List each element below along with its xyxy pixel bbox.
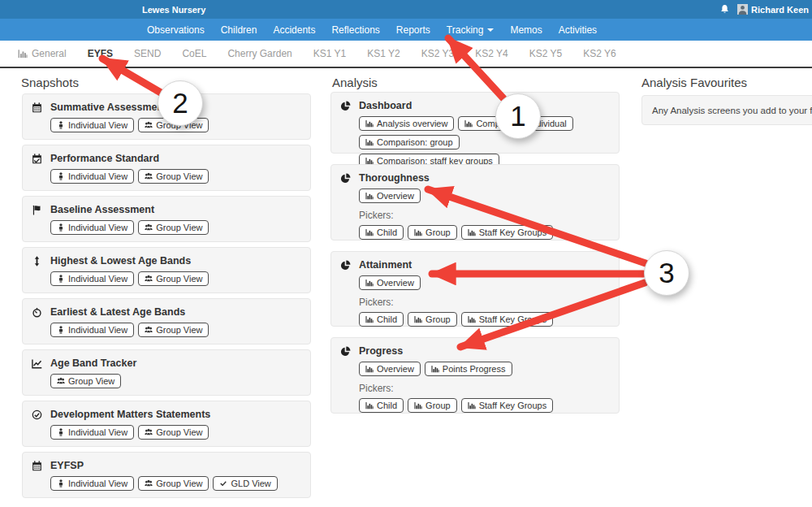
individual-view-button[interactable]: Individual View <box>50 323 134 337</box>
card-title: Summative Assessment <box>50 102 166 113</box>
button-label: Analysis overview <box>377 119 447 128</box>
bar-chart-icon <box>414 228 422 236</box>
group-view-button[interactable]: Group View <box>138 323 209 337</box>
user-menu[interactable]: Richard Keen <box>737 4 809 15</box>
users-icon <box>57 377 65 385</box>
pie-chart-icon <box>340 260 351 271</box>
staff-key-groups-button[interactable]: Staff Key Groups <box>461 398 554 413</box>
card-title: Attainment <box>359 259 412 271</box>
button-label: Overview <box>377 191 414 201</box>
overview-button[interactable]: Overview <box>359 275 421 290</box>
nav-item-observations[interactable]: Observations <box>139 19 213 41</box>
group-view-button[interactable]: Group View <box>138 425 209 440</box>
person-icon <box>57 121 65 129</box>
tab-label: KS2 Y4 <box>475 48 508 59</box>
button-label: Individual View <box>68 120 127 130</box>
group-view-button[interactable]: Group View <box>138 271 209 286</box>
individual-view-button[interactable]: Individual View <box>50 118 134 132</box>
tab-general[interactable]: General <box>18 48 67 59</box>
tab-ks2-y5[interactable]: KS2 Y5 <box>529 48 562 59</box>
nav-item-label: Tracking <box>447 24 484 36</box>
button-label: Individual View <box>68 427 127 437</box>
topbar-right: Richard Keen <box>719 0 809 19</box>
button-label: Individual View <box>68 171 127 181</box>
check-icon <box>219 479 227 488</box>
users-icon <box>145 121 153 129</box>
nav-item-activities[interactable]: Activities <box>551 19 605 41</box>
user-name: Richard Keen <box>751 5 809 15</box>
comparison-group-button[interactable]: Comparison: group <box>359 135 460 150</box>
button-label: Comparison: group <box>377 137 453 147</box>
tab-label: KS1 Y1 <box>313 48 346 59</box>
group-view-button[interactable]: Group View <box>138 476 209 491</box>
individual-view-button[interactable]: Individual View <box>50 425 134 440</box>
bar-chart-icon <box>365 279 374 287</box>
tab-send[interactable]: SEND <box>134 48 161 59</box>
group-view-button[interactable]: Group View <box>138 220 209 235</box>
analysis-card-dashboard: DashboardAnalysis overviewComparison: in… <box>330 92 620 154</box>
person-icon <box>57 326 65 334</box>
analysis-overview-button[interactable]: Analysis overview <box>359 116 454 131</box>
bell-icon[interactable] <box>719 4 730 15</box>
bar-chart-icon <box>365 119 374 128</box>
app-title: Lewes Nursery <box>142 0 205 19</box>
group-button[interactable]: Group <box>408 225 457 240</box>
tab-ks1-y1[interactable]: KS1 Y1 <box>313 48 346 59</box>
individual-view-button[interactable]: Individual View <box>50 476 134 491</box>
group-button[interactable]: Group <box>408 312 457 327</box>
user-avatar-icon <box>737 4 748 15</box>
bar-chart-icon <box>365 228 374 236</box>
button-label: Staff Key Groups <box>479 401 547 410</box>
button-label: Individual View <box>68 479 127 488</box>
button-label: Overview <box>377 278 414 288</box>
nav-item-tracking[interactable]: Tracking <box>438 19 503 41</box>
overview-button[interactable]: Overview <box>359 188 421 203</box>
gld-view-button[interactable]: GLD View <box>213 476 277 491</box>
nav-item-children[interactable]: Children <box>213 19 266 41</box>
users-icon <box>145 428 153 436</box>
bar-chart-icon <box>468 315 476 323</box>
tab-coel[interactable]: CoEL <box>182 48 206 59</box>
users-icon <box>145 172 153 180</box>
pie-chart-icon <box>340 173 351 184</box>
calendar-check-icon <box>32 154 42 164</box>
nav-item-reflections[interactable]: Reflections <box>323 19 387 41</box>
stopwatch-icon <box>32 307 42 318</box>
child-button[interactable]: Child <box>359 312 404 327</box>
child-button[interactable]: Child <box>359 398 404 413</box>
favourites-empty-text: Any Analysis screens you add to your fav… <box>652 106 812 115</box>
overview-button[interactable]: Overview <box>359 362 421 376</box>
tracking-dashboard-screen: Lewes Nursery Richard Keen ObservationsC… <box>0 0 812 507</box>
tab-ks2-y4[interactable]: KS2 Y4 <box>475 48 508 59</box>
tab-cherry-garden[interactable]: Cherry Garden <box>227 48 292 59</box>
topbar: Lewes Nursery Richard Keen <box>0 0 812 19</box>
staff-key-groups-button[interactable]: Staff Key Groups <box>461 312 554 327</box>
group-view-button[interactable]: Group View <box>138 169 209 184</box>
analysis-card-attainment: AttainmentOverviewPickers:ChildGroupStaf… <box>330 251 620 327</box>
person-icon <box>57 479 65 488</box>
nav-item-accidents[interactable]: Accidents <box>265 19 323 41</box>
bar-chart-icon <box>18 49 28 58</box>
nav-item-reports[interactable]: Reports <box>388 19 438 41</box>
button-label: Group <box>425 228 451 237</box>
person-icon <box>57 223 65 232</box>
nav-item-memos[interactable]: Memos <box>502 19 550 41</box>
bar-chart-icon <box>414 401 422 410</box>
tab-eyfs[interactable]: EYFS <box>88 48 113 59</box>
card-title: Thoroughness <box>359 172 430 184</box>
individual-view-button[interactable]: Individual View <box>50 220 134 235</box>
individual-view-button[interactable]: Individual View <box>50 271 134 286</box>
group-view-button[interactable]: Group View <box>50 374 121 388</box>
group-button[interactable]: Group <box>408 398 457 413</box>
individual-view-button[interactable]: Individual View <box>50 169 134 184</box>
tab-ks1-y2[interactable]: KS1 Y2 <box>367 48 400 59</box>
tab-ks2-y6[interactable]: KS2 Y6 <box>583 48 615 59</box>
bar-chart-icon <box>365 138 374 146</box>
bar-chart-icon <box>468 228 476 236</box>
users-icon <box>145 326 153 334</box>
staff-key-groups-button[interactable]: Staff Key Groups <box>461 225 554 240</box>
points-progress-button[interactable]: Points Progress <box>425 362 512 376</box>
tab-ks2-y3[interactable]: KS2 Y3 <box>421 48 454 59</box>
child-button[interactable]: Child <box>359 225 404 240</box>
card-title: Earliest & Latest Age Bands <box>50 306 185 318</box>
